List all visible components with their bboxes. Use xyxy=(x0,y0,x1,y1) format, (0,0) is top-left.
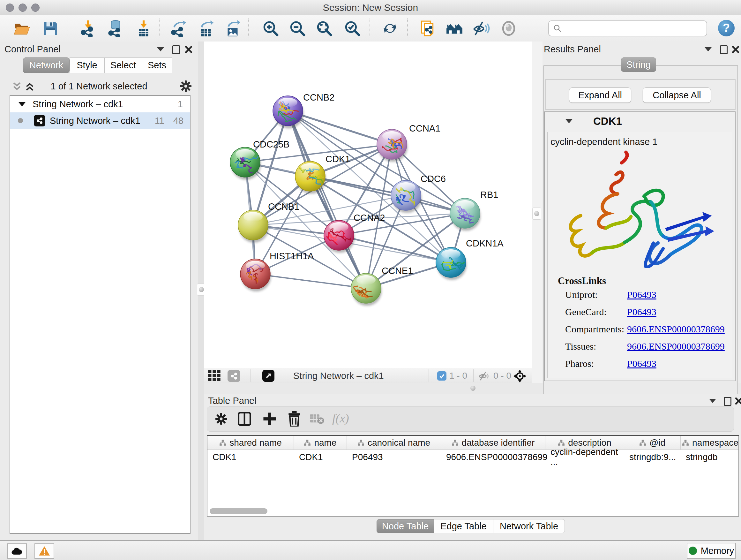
float-panel-icon[interactable] xyxy=(720,45,728,54)
tab-sets[interactable]: Sets xyxy=(142,57,172,73)
search-field xyxy=(548,20,707,37)
table-cell[interactable]: CDK1 xyxy=(207,451,294,463)
column-header-database-identifier[interactable]: database identifier xyxy=(441,436,545,450)
table-cell[interactable]: P06493 xyxy=(347,451,441,463)
tab-select[interactable]: Select xyxy=(105,57,142,73)
network-node-CDKN1A[interactable]: CDKN1A xyxy=(436,238,503,280)
panel-menu-icon[interactable] xyxy=(709,399,716,403)
memory-status-dot-icon xyxy=(689,547,697,555)
import-network-from-file-button[interactable] xyxy=(79,19,97,38)
crosslink-compartments-link[interactable]: 9606.ENSP00000378699 xyxy=(627,324,725,334)
apply-layout-button[interactable] xyxy=(381,19,399,38)
column-header-canonical-name[interactable]: canonical name xyxy=(347,436,441,450)
tree-expand-icon[interactable] xyxy=(18,102,25,106)
network-node-CCNE1[interactable]: CCNE1 xyxy=(351,266,413,306)
left-splitter[interactable] xyxy=(198,42,205,540)
crosslink-pharos-link[interactable]: P06493 xyxy=(627,358,657,369)
node-label-CCNB2: CCNB2 xyxy=(303,92,334,103)
protein-structure-image[interactable] xyxy=(551,150,725,268)
show-columns-icon[interactable] xyxy=(238,412,251,426)
crosslink-tissues-link[interactable]: 9606.ENSP00000378699 xyxy=(627,341,725,352)
import-table-from-file-button[interactable] xyxy=(135,19,152,38)
zoom-out-button[interactable] xyxy=(288,19,307,38)
hide-unhide-button[interactable] xyxy=(472,19,490,38)
collapse-all-button[interactable]: Collapse All xyxy=(643,87,711,103)
column-header-id[interactable]: @id xyxy=(624,436,681,450)
network-edge-CCNA2-CDKN1A[interactable] xyxy=(339,235,451,262)
open-in-window-button[interactable] xyxy=(262,370,274,382)
export-network-button[interactable] xyxy=(170,19,188,38)
show-all-networks-button[interactable] xyxy=(446,19,463,38)
crosshair-icon[interactable] xyxy=(513,369,527,383)
zoom-in-button[interactable] xyxy=(262,19,280,38)
table-panel-title: Table Panel xyxy=(208,395,257,406)
network-view-icon[interactable] xyxy=(227,370,240,382)
search-input[interactable] xyxy=(565,23,706,34)
export-table-button[interactable] xyxy=(197,19,215,38)
network-node-CCNA1[interactable]: CCNA1 xyxy=(377,123,441,162)
clone-network-button[interactable] xyxy=(419,19,436,38)
panel-menu-icon[interactable] xyxy=(157,47,164,51)
export-image-button[interactable] xyxy=(224,19,242,38)
memory-button[interactable]: Memory xyxy=(687,543,736,559)
float-panel-icon[interactable] xyxy=(172,45,180,54)
zoom-fit-button[interactable] xyxy=(315,19,333,38)
column-header-name[interactable]: name xyxy=(294,436,347,450)
edge-count: 48 xyxy=(173,116,184,126)
selected-items-checkbox[interactable] xyxy=(437,371,447,381)
tab-node-table[interactable]: Node Table xyxy=(377,519,434,533)
network-node-RB1[interactable]: RB1 xyxy=(450,190,498,231)
network-edge-HIST1H1A-CCNE1[interactable] xyxy=(255,274,366,288)
right-splitter[interactable] xyxy=(532,42,543,383)
tab-edge-table[interactable]: Edge Table xyxy=(434,519,493,533)
export-network-icon xyxy=(170,20,187,37)
close-panel-icon[interactable] xyxy=(735,397,741,405)
toolbar-separator xyxy=(248,18,249,38)
tab-network-table[interactable]: Network Table xyxy=(493,519,565,533)
open-session-button[interactable] xyxy=(13,19,30,38)
float-panel-icon[interactable] xyxy=(724,397,731,406)
network-edge-CCNB2-CCNA1[interactable] xyxy=(288,111,392,144)
warnings-button[interactable] xyxy=(35,543,54,559)
table-settings-gear-icon[interactable] xyxy=(215,413,227,425)
column-header-namespace[interactable]: namespace xyxy=(681,436,739,450)
panel-menu-icon[interactable] xyxy=(704,47,712,51)
network-status-dot-icon xyxy=(18,118,23,123)
toolbar-separator xyxy=(407,18,408,38)
birds-eye-toggle-button[interactable] xyxy=(500,19,518,38)
table-cell[interactable]: CDK1 xyxy=(294,451,347,463)
close-panel-icon[interactable] xyxy=(731,45,740,54)
grid-view-icon[interactable] xyxy=(208,370,222,381)
tab-string[interactable]: String xyxy=(621,57,656,72)
table-cell[interactable]: stringdb:9... xyxy=(624,451,681,463)
close-panel-icon[interactable] xyxy=(185,45,193,54)
cloud-status-button[interactable] xyxy=(7,543,27,559)
section-collapse-icon[interactable] xyxy=(565,119,572,123)
crosslink-uniprot-link[interactable]: P06493 xyxy=(627,289,657,300)
network-canvas[interactable]: CCNB2CCNA1CDC25BCDK1CDC6RB1CCNB1CCNA2CDK… xyxy=(204,42,532,368)
network-row[interactable]: String Network – cdk1 11 48 xyxy=(10,112,190,129)
expand-all-button[interactable]: Expand All xyxy=(569,87,631,103)
help-button[interactable]: ? xyxy=(718,20,735,37)
splitter-grip[interactable] xyxy=(470,386,475,391)
table-cell[interactable]: cyclin-dependent ... xyxy=(545,451,624,463)
add-column-plus-icon[interactable] xyxy=(263,412,277,426)
network-edge-CCNB2-CCNE1[interactable] xyxy=(288,111,366,288)
table-cell[interactable]: 9606.ENSP00000378699 xyxy=(441,451,545,463)
gear-icon[interactable] xyxy=(179,80,192,92)
network-collection-row[interactable]: String Network – cdk1 1 xyxy=(10,96,190,112)
horizontal-scrollbar[interactable] xyxy=(210,508,267,514)
tab-network[interactable]: Network xyxy=(23,57,70,73)
import-network-from-database-button[interactable] xyxy=(107,19,125,38)
save-session-button[interactable] xyxy=(42,19,59,38)
crosslink-genecard-link[interactable]: P06493 xyxy=(627,307,657,317)
network-node-HIST1H1A[interactable]: HIST1H1A xyxy=(240,251,314,292)
tab-style[interactable]: Style xyxy=(70,57,105,73)
delete-column-trash-icon[interactable] xyxy=(287,411,301,427)
column-header-shared-name[interactable]: shared name xyxy=(207,436,294,450)
network-graph[interactable]: CCNB2CCNA1CDC25BCDK1CDC6RB1CCNB1CCNA2CDK… xyxy=(204,42,532,368)
zoom-selected-button[interactable] xyxy=(343,19,361,38)
table-cell[interactable]: stringdb xyxy=(681,451,739,463)
node-label-CDK1: CDK1 xyxy=(326,154,350,164)
splitter-grip[interactable] xyxy=(532,207,541,220)
